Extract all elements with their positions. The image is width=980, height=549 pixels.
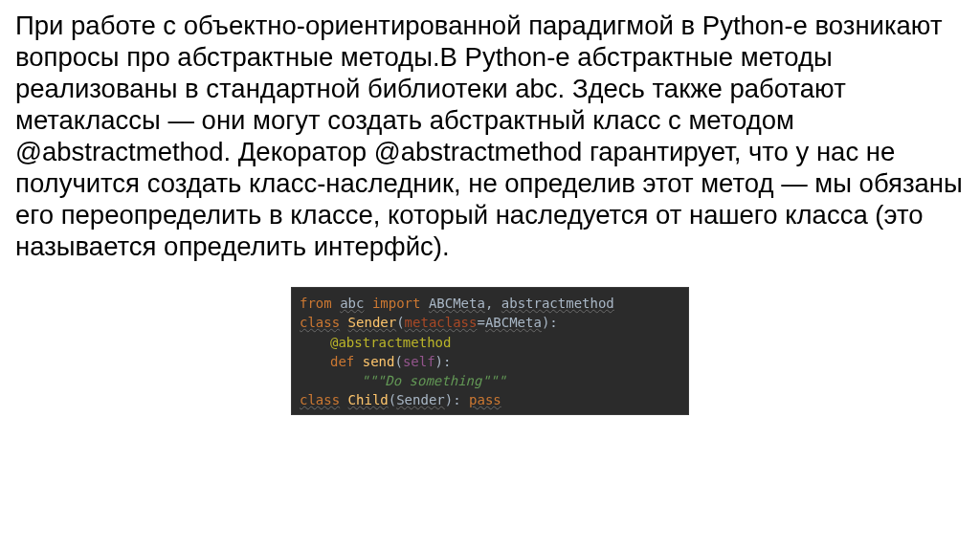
code-kw-pass: pass: [469, 392, 501, 407]
code-import-sep: ,: [485, 296, 501, 311]
code-docstring: """Do something""": [361, 373, 506, 388]
code-punct: ):: [542, 315, 558, 330]
code-self: self: [403, 354, 435, 369]
code-punct: (: [396, 315, 404, 330]
body-paragraph: При работе с объектно-ориентированной па…: [15, 10, 965, 262]
code-import-abstractmethod: abstractmethod: [501, 296, 614, 311]
code-punct: (: [394, 354, 402, 369]
code-decorator: @abstractmethod: [330, 335, 451, 350]
code-base-sender: Sender: [396, 392, 445, 407]
code-arg-metaclass: metaclass: [405, 315, 478, 330]
slide-page: При работе с объектно-ориентированной па…: [0, 0, 980, 415]
code-kw-class1: class: [300, 315, 340, 330]
code-kw-import: import: [372, 296, 421, 311]
code-fn-send: send: [363, 354, 395, 369]
code-class-child: Child: [348, 392, 389, 407]
code-example: from abc import ABCMeta, abstractmethod …: [291, 287, 689, 415]
code-import-abcmeta: ABCMeta: [429, 296, 485, 311]
code-punct: =: [477, 315, 484, 330]
code-module-abc: abc: [340, 296, 364, 311]
code-kw-class2: class: [300, 392, 340, 407]
code-arg-abcmeta: ABCMeta: [485, 315, 542, 330]
code-punct: ):: [445, 392, 461, 407]
code-class-sender: Sender: [348, 315, 397, 330]
code-punct: ):: [435, 354, 452, 369]
code-kw-from: from: [300, 296, 332, 311]
code-punct: (: [389, 392, 396, 407]
code-kw-def: def: [330, 354, 354, 369]
